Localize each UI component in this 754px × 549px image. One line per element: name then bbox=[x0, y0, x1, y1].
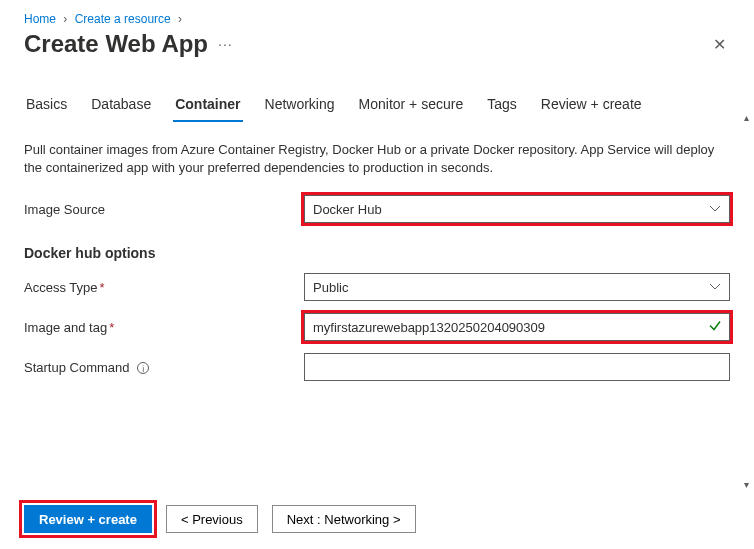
breadcrumb-home[interactable]: Home bbox=[24, 12, 56, 26]
label-image-source: Image Source bbox=[24, 202, 304, 217]
chevron-down-icon bbox=[709, 283, 721, 291]
chevron-down-icon bbox=[709, 205, 721, 213]
label-access-type: Access Type* bbox=[24, 280, 304, 295]
previous-button[interactable]: < Previous bbox=[166, 505, 258, 533]
row-startup-command: Startup Command i bbox=[24, 353, 730, 381]
image-tag-wrapper bbox=[304, 313, 730, 341]
label-startup-command: Startup Command i bbox=[24, 360, 304, 375]
content-area: Basics Database Container Networking Mon… bbox=[0, 90, 754, 510]
access-type-select[interactable]: Public bbox=[304, 273, 730, 301]
info-icon[interactable]: i bbox=[137, 362, 149, 374]
label-image-tag: Image and tag* bbox=[24, 320, 304, 335]
tab-monitor-secure[interactable]: Monitor + secure bbox=[357, 90, 466, 122]
image-tag-input[interactable] bbox=[304, 313, 730, 341]
checkmark-icon bbox=[708, 319, 722, 336]
page-header: Create Web App ··· ✕ bbox=[0, 30, 754, 76]
next-button[interactable]: Next : Networking > bbox=[272, 505, 416, 533]
breadcrumb: Home › Create a resource › bbox=[0, 0, 754, 30]
access-type-value: Public bbox=[313, 280, 348, 295]
tabs: Basics Database Container Networking Mon… bbox=[24, 90, 730, 123]
page-title: Create Web App bbox=[24, 30, 208, 58]
required-asterisk: * bbox=[109, 320, 114, 335]
docker-hub-heading: Docker hub options bbox=[24, 245, 730, 261]
review-create-button[interactable]: Review + create bbox=[24, 505, 152, 533]
breadcrumb-create-resource[interactable]: Create a resource bbox=[75, 12, 171, 26]
more-menu-icon[interactable]: ··· bbox=[218, 36, 233, 52]
wizard-footer: Review + create < Previous Next : Networ… bbox=[0, 489, 754, 549]
image-source-select[interactable]: Docker Hub bbox=[304, 195, 730, 223]
tab-review-create[interactable]: Review + create bbox=[539, 90, 644, 122]
row-image-source: Image Source Docker Hub bbox=[24, 195, 730, 223]
tab-basics[interactable]: Basics bbox=[24, 90, 69, 122]
breadcrumb-sep: › bbox=[178, 12, 182, 26]
tab-networking[interactable]: Networking bbox=[263, 90, 337, 122]
row-access-type: Access Type* Public bbox=[24, 273, 730, 301]
startup-command-input[interactable] bbox=[304, 353, 730, 381]
required-asterisk: * bbox=[99, 280, 104, 295]
scroll-up-icon[interactable]: ▴ bbox=[740, 112, 752, 124]
close-icon[interactable]: ✕ bbox=[709, 31, 730, 58]
image-source-value: Docker Hub bbox=[313, 202, 382, 217]
tab-tags[interactable]: Tags bbox=[485, 90, 519, 122]
tab-description: Pull container images from Azure Contain… bbox=[24, 141, 724, 177]
startup-command-wrapper bbox=[304, 353, 730, 381]
tab-container[interactable]: Container bbox=[173, 90, 242, 122]
tab-database[interactable]: Database bbox=[89, 90, 153, 122]
breadcrumb-sep: › bbox=[63, 12, 67, 26]
row-image-tag: Image and tag* bbox=[24, 313, 730, 341]
